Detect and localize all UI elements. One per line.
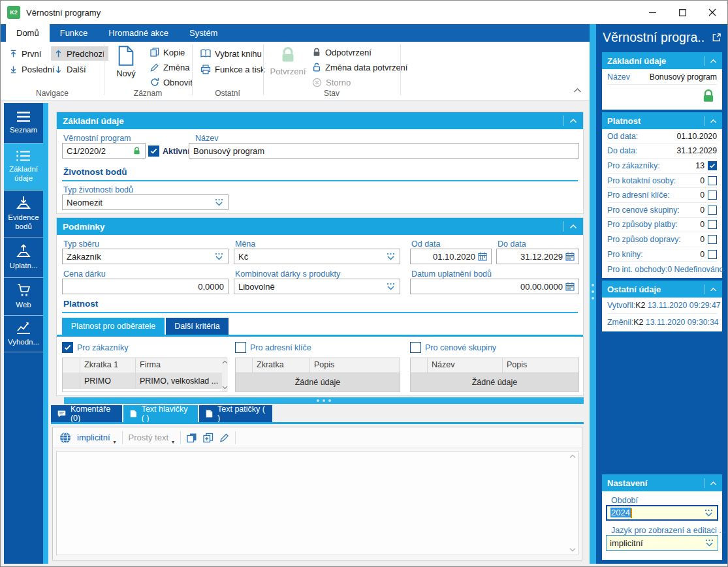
sidebar-item-web[interactable]: Web xyxy=(4,278,43,316)
for-address-keys-checkbox[interactable] xyxy=(235,342,246,353)
document-icon xyxy=(206,409,213,418)
gift-price-value: 0,0000 xyxy=(67,282,224,292)
scroll-down-icon[interactable] xyxy=(569,547,576,552)
previous-label: Předchozí xyxy=(67,49,105,59)
refresh-button[interactable]: Obnovit xyxy=(147,75,196,89)
collapse-icon[interactable] xyxy=(710,119,717,123)
program-value: C1/2020/2 xyxy=(67,146,133,156)
unconfirm-button[interactable]: Odpotvrzení xyxy=(309,45,375,59)
edit-text-icon[interactable] xyxy=(219,433,229,442)
confirm-button[interactable]: Potvrzení xyxy=(268,46,308,76)
vertical-splitter[interactable] xyxy=(590,24,596,564)
collapse-icon[interactable] xyxy=(710,59,717,63)
previous-button[interactable]: Předchozí xyxy=(51,46,108,61)
tab-header-text[interactable]: Text hlavičky ( ) xyxy=(123,405,198,422)
maximize-button[interactable] xyxy=(667,1,697,24)
rp-other-title: Ostatní údaje xyxy=(607,284,661,294)
editor-format-dropdown[interactable]: Prostý text xyxy=(129,433,168,442)
sidebar-item-seznam[interactable]: Seznam xyxy=(4,103,43,144)
scroll-up-icon[interactable] xyxy=(569,454,576,459)
sidebar-item-zakladni-udaje[interactable]: Základní údaje xyxy=(4,144,43,191)
rp-checkbox[interactable] xyxy=(708,250,717,259)
tab-funkce[interactable]: Funkce xyxy=(50,24,99,42)
cancel-button[interactable]: Storno xyxy=(309,75,354,89)
editor-language-dropdown[interactable]: implicitní xyxy=(77,433,110,442)
scroll-down-icon[interactable] xyxy=(222,386,228,390)
next-button[interactable]: Další xyxy=(51,62,89,76)
comment-icon xyxy=(57,410,66,418)
scroll-up-icon[interactable] xyxy=(222,360,228,364)
paste-text-icon[interactable] xyxy=(203,433,214,443)
new-button[interactable]: Nový xyxy=(109,46,143,78)
window-title: Věrnostní programy xyxy=(26,8,101,18)
tab-label: Komentáře (0) xyxy=(71,405,116,423)
select-book-button[interactable]: Vybrat knihu xyxy=(197,46,265,61)
rp-checkbox[interactable] xyxy=(708,176,717,185)
collapse-icon[interactable] xyxy=(710,287,717,292)
name-value: Bonusový program xyxy=(193,146,575,156)
sidebar-item-uplatneni[interactable]: Uplatn... xyxy=(4,238,43,278)
cancel-label: Storno xyxy=(326,78,351,87)
sidebar-accent-stripe xyxy=(43,103,48,564)
tab-other-criteria[interactable]: Další kritéria xyxy=(166,318,229,335)
editor-text-area[interactable] xyxy=(56,451,578,555)
close-button[interactable] xyxy=(697,1,727,24)
collect-type-dropdown[interactable]: Zákazník xyxy=(62,249,229,264)
collapse-icon[interactable] xyxy=(569,224,577,229)
rp-checkbox[interactable] xyxy=(708,220,717,229)
gift-price-field[interactable]: 0,0000 xyxy=(62,279,229,294)
collapse-icon[interactable] xyxy=(710,481,717,485)
book-icon xyxy=(200,49,211,58)
confirm-label: Potvrzení xyxy=(270,67,306,76)
for-customers-checkbox[interactable] xyxy=(62,342,73,353)
rp-checkbox[interactable] xyxy=(708,206,717,215)
from-date-field[interactable]: 01.10.2020 xyxy=(410,249,492,264)
copy-button[interactable]: Kopie xyxy=(147,45,188,59)
table-scrollbar[interactable] xyxy=(222,358,228,391)
minimize-button[interactable] xyxy=(637,1,667,24)
tab-comments[interactable]: Komentáře (0) xyxy=(51,405,122,422)
name-field[interactable]: Bonusový program xyxy=(189,143,579,159)
table-row[interactable]: PRIMO PRIMO, velkosklad ... xyxy=(63,373,222,389)
new-document-icon xyxy=(118,46,135,66)
active-checkbox[interactable] xyxy=(148,146,159,157)
to-date-field[interactable]: 31.12.2029 xyxy=(496,249,579,264)
tab-hromadne-akce[interactable]: Hromadné akce xyxy=(98,24,179,42)
column-header: Firma xyxy=(136,358,222,373)
tab-footer-text[interactable]: Text patičky ( ) xyxy=(199,405,272,422)
change-button[interactable]: Změna xyxy=(147,60,193,74)
cell-firma: PRIMO, velkosklad ... xyxy=(136,373,222,389)
for-price-groups-checkbox[interactable] xyxy=(410,342,421,353)
rp-checkbox[interactable] xyxy=(708,191,717,200)
rp-checkbox[interactable] xyxy=(708,161,717,170)
external-link-icon[interactable] xyxy=(712,33,721,45)
combine-gifts-dropdown[interactable]: Libovolně xyxy=(234,279,400,294)
copy-text-icon[interactable] xyxy=(187,433,197,443)
tab-system[interactable]: Systém xyxy=(179,24,228,42)
ribbon-collapse-button[interactable] xyxy=(573,84,582,96)
currency-dropdown[interactable]: Kč xyxy=(234,249,400,264)
tab-label: Platnost pro odběratele xyxy=(71,322,155,331)
rp-basic-header: Základní údaje xyxy=(602,52,722,69)
tab-domu[interactable]: Domů xyxy=(6,24,50,42)
program-field[interactable]: C1/2020/2 xyxy=(62,143,146,159)
horizontal-splitter[interactable] xyxy=(64,397,584,404)
period-dropdown[interactable]: 2024 xyxy=(606,505,718,521)
sidebar-label: Vyhodn... xyxy=(8,338,39,347)
points-date-field[interactable]: 00.00.0000 xyxy=(410,279,579,294)
points-life-type-dropdown[interactable]: Neomezit xyxy=(62,194,229,210)
sidebar-item-evidence-bodu[interactable]: Evidence bodů xyxy=(4,191,43,238)
first-label: První xyxy=(22,49,41,59)
last-button[interactable]: Poslední xyxy=(6,62,58,76)
ribbon: První Poslední Předchozí Další Navigace … xyxy=(1,42,590,100)
lock-open-icon xyxy=(312,63,321,72)
rp-checkbox[interactable] xyxy=(708,235,717,244)
collapse-icon[interactable] xyxy=(569,118,577,123)
functions-print-button[interactable]: Funkce a tisk xyxy=(197,62,268,76)
tab-validity-customers[interactable]: Platnost pro odběratele xyxy=(62,318,165,335)
globe-icon xyxy=(59,432,71,444)
first-button[interactable]: První xyxy=(6,46,44,61)
change-confirm-date-button[interactable]: Změna data potvrzení xyxy=(309,60,411,74)
sidebar-item-vyhodnoceni[interactable]: Vyhodn... xyxy=(4,316,43,352)
language-dropdown[interactable]: implicitní xyxy=(606,535,718,551)
